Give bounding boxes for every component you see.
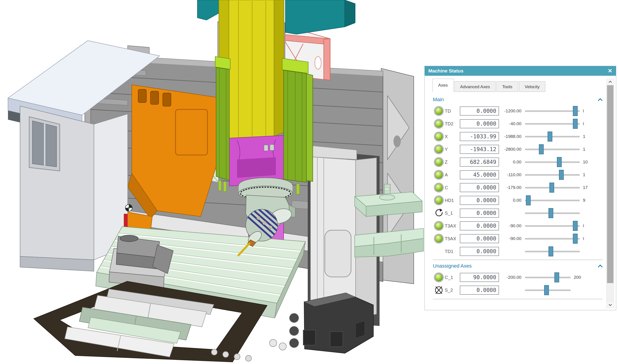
axis-max-label: 0 (583, 108, 584, 114)
axis-slider[interactable] (525, 221, 580, 231)
axis-slider[interactable] (525, 285, 571, 296)
axis-min-label: 0.00 (499, 198, 525, 203)
axis-max-label: 0 (583, 236, 584, 241)
group-title: Main (433, 97, 444, 103)
axis-slider[interactable] (525, 208, 580, 219)
axis-value-input[interactable]: 0.0000 (460, 208, 499, 218)
axis-row-s_1: S_10.0000 (433, 207, 603, 220)
slider-thumb[interactable] (554, 272, 559, 282)
axis-disabled-icon (433, 285, 445, 296)
machine-status-panel: Machine Status ✕ AxesAdvanced AxesToolsV… (425, 66, 616, 310)
slider-thumb[interactable] (573, 234, 578, 244)
slider-thumb[interactable] (557, 157, 562, 167)
axis-label: C (445, 185, 460, 190)
axis-min-label: -40.00 (499, 121, 525, 126)
axis-max-label: 1 (583, 147, 586, 152)
scroll-up-icon[interactable] (607, 79, 614, 85)
group-unassigned-axes: Unassigned AxesC_190.0000-200.00200S_20.… (433, 260, 603, 297)
axis-slider[interactable] (525, 272, 571, 283)
axis-slider[interactable] (525, 182, 580, 193)
no-icon (433, 246, 445, 257)
slider-thumb[interactable] (573, 119, 578, 129)
slider-thumb[interactable] (559, 170, 564, 180)
axis-row-hd1: HD10.00000.009 (433, 194, 603, 207)
axis-slider[interactable] (525, 105, 580, 117)
slider-track[interactable] (525, 200, 580, 201)
axis-value-input[interactable]: 45.0000 (460, 170, 499, 179)
slider-thumb[interactable] (548, 208, 553, 218)
bottom-divider (433, 299, 603, 299)
axis-enabled-led-icon (433, 144, 445, 155)
axis-slider[interactable] (525, 156, 580, 168)
spindle-rotation-icon (433, 208, 445, 219)
slider-thumb[interactable] (539, 144, 544, 154)
axis-row-x: X-1033.99-1988.001 (433, 130, 603, 143)
axis-value-input[interactable]: 0.0000 (460, 183, 499, 192)
tab-axes[interactable]: Axes (432, 79, 453, 92)
tab-advanced-axes[interactable]: Advanced Axes (454, 81, 496, 92)
cad-viewport[interactable] (0, 0, 426, 364)
axis-value-input[interactable]: -1033.99 (460, 132, 499, 141)
slider-thumb[interactable] (548, 247, 553, 256)
slider-thumb[interactable] (549, 182, 554, 193)
slider-track[interactable] (525, 225, 580, 227)
slider-thumb[interactable] (573, 221, 578, 231)
slider-thumb[interactable] (526, 195, 531, 205)
group-main: MainTD0.0000-1200.000TD20.0000-40.000X-1… (433, 95, 603, 258)
slider-thumb[interactable] (544, 285, 549, 295)
slider-thumb[interactable] (573, 106, 578, 116)
slider-track[interactable] (525, 136, 580, 137)
tab-velocity[interactable]: Velocity (519, 81, 545, 92)
slider-track[interactable] (525, 110, 580, 112)
axis-value-input[interactable]: 0.0000 (460, 221, 499, 230)
axis-enabled-led-icon (433, 233, 445, 244)
axis-slider[interactable] (525, 246, 580, 257)
axis-value-input[interactable]: 0.0000 (460, 286, 499, 295)
axis-value-input[interactable]: 682.6849 (460, 157, 499, 167)
axis-slider[interactable] (525, 144, 580, 155)
axis-slider[interactable] (525, 118, 580, 129)
collapse-chevron-icon[interactable] (598, 98, 603, 101)
slider-track[interactable] (525, 161, 580, 163)
axis-value-input[interactable]: 0.0000 (460, 119, 499, 128)
machine-3d-model (0, 0, 426, 364)
slider-track[interactable] (525, 277, 571, 278)
axis-value-input[interactable]: 0.0000 (460, 247, 499, 256)
slider-track[interactable] (525, 123, 580, 125)
axis-label: HD1 (445, 198, 460, 203)
axis-value-input[interactable]: 0.0000 (460, 234, 499, 243)
vertical-scrollbar[interactable] (606, 79, 614, 308)
axis-value-input[interactable]: 0.0000 (460, 196, 499, 205)
axis-value-input[interactable]: 90.0000 (460, 273, 499, 282)
axis-value-input[interactable]: 0.0000 (460, 106, 499, 116)
axis-label: X (445, 134, 460, 139)
tab-tools[interactable]: Tools (497, 81, 518, 92)
axis-min-label: -1988.00 (499, 134, 525, 139)
axis-slider[interactable] (525, 233, 580, 244)
axis-max-label: 200 (574, 275, 590, 280)
axis-slider[interactable] (525, 131, 580, 142)
axis-label: TD2 (445, 121, 460, 127)
axis-max-label: 1 (583, 134, 586, 139)
scrollbar-thumb[interactable] (607, 85, 613, 283)
axis-row-td2: TD20.0000-40.000 (433, 117, 603, 130)
collapse-chevron-icon[interactable] (598, 264, 603, 268)
close-icon[interactable]: ✕ (608, 68, 612, 74)
slider-thumb[interactable] (548, 131, 552, 142)
panel-title: Machine Status (428, 68, 464, 74)
axis-min-label: -90.00 (499, 223, 525, 228)
axis-min-label: -90.00 (499, 236, 525, 241)
axis-label: Z (445, 159, 460, 165)
axis-slider[interactable] (525, 195, 580, 206)
slider-track[interactable] (525, 174, 580, 176)
panel-titlebar[interactable]: Machine Status ✕ (425, 66, 616, 76)
axis-value-input[interactable]: -1943.12 (460, 145, 499, 154)
axis-label: T5AX (445, 236, 460, 241)
slider-track[interactable] (525, 149, 580, 150)
axis-min-label: -200.00 (499, 275, 525, 280)
axis-slider[interactable] (525, 169, 580, 180)
slider-track[interactable] (525, 238, 580, 240)
axis-enabled-led-icon (433, 221, 445, 231)
axis-row-td: TD0.0000-1200.000 (433, 105, 603, 117)
scroll-down-icon[interactable] (607, 302, 614, 308)
